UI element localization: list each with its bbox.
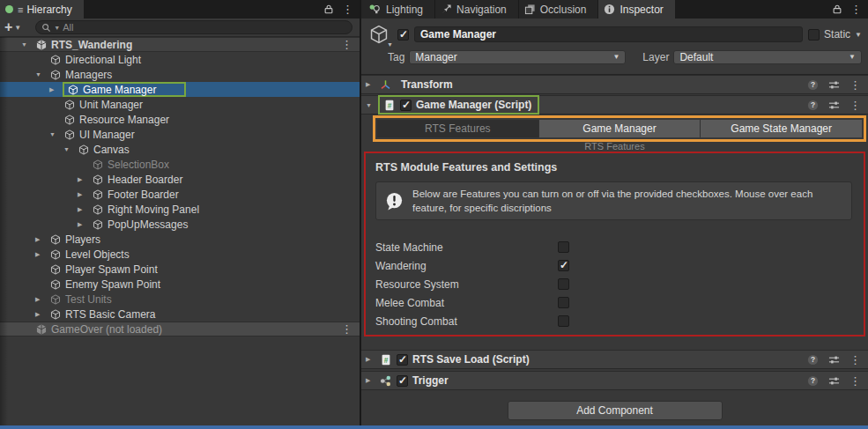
expand-arrow-icon[interactable]: ▼ [63,146,77,152]
create-object-button[interactable]: + ▼ [4,20,21,34]
search-input[interactable] [63,22,346,33]
hierarchy-row[interactable]: ▶ PopUpMessages [0,217,360,232]
object-icon [48,53,63,66]
expand-arrow-icon[interactable]: ▶ [366,377,378,384]
gameobject-icon-button[interactable]: ▼ [367,23,392,46]
item-label: Footer Boarder [108,189,179,201]
expand-arrow-icon[interactable]: ▼ [35,71,48,78]
hierarchy-search[interactable]: ▼ [35,20,352,34]
hierarchy-row[interactable]: ▶ Players [0,232,360,247]
kebab-menu-icon[interactable]: ⋮ [849,79,861,91]
component-trigger[interactable]: ▶ Trigger ? [361,371,868,390]
expand-arrow-icon[interactable]: ▶ [35,251,48,258]
kebab-menu-icon[interactable]: ⋮ [341,323,360,335]
active-checkbox[interactable] [397,29,409,41]
expand-arrow-icon[interactable]: ▶ [78,191,91,198]
hierarchy-row[interactable]: ▶ Game Manager [0,82,360,97]
kebab-menu-icon[interactable]: ⋮ [849,100,861,111]
help-icon[interactable]: ? [807,354,819,366]
help-icon[interactable]: ? [807,100,819,111]
help-icon[interactable]: ? [807,375,819,387]
kebab-menu-icon[interactable]: ⋮ [849,375,861,387]
kebab-menu-icon[interactable]: ⋮ [342,4,353,15]
tag-dropdown[interactable]: Manager ▼ [409,50,626,64]
hierarchy-row[interactable]: Player Spawn Point [0,262,360,277]
kebab-menu-icon[interactable]: ⋮ [850,4,862,15]
hierarchy-row[interactable]: SelectionBox [0,157,360,172]
component-enabled-checkbox[interactable] [400,100,412,111]
layer-dropdown[interactable]: Default ▼ [673,50,862,64]
hierarchy-row[interactable]: ▼ RTS_Wandering [0,37,360,52]
expand-arrow-icon[interactable]: ▶ [78,221,91,228]
item-label: SelectionBox [108,159,169,171]
feature-checkbox[interactable] [558,297,569,308]
hierarchy-row[interactable]: GameOver (not loaded) ⋮ [0,322,360,337]
static-checkbox[interactable] [808,29,820,41]
hierarchy-row[interactable]: Enemy Spawn Point [0,277,360,292]
hierarchy-row[interactable]: ▼ UI Manager [0,127,360,142]
expand-arrow-icon[interactable]: ▼ [21,41,34,48]
component-rts-save-load[interactable]: ▶ # RTS Save Load (Script) ? ⋮ [361,350,868,369]
static-dropdown-icon[interactable]: ▼ [855,31,862,39]
object-icon [34,38,48,51]
hierarchy-row[interactable]: ▶ RTS Basic Camera [0,307,360,322]
help-icon[interactable]: ? [807,79,819,91]
expand-arrow-icon[interactable]: ▶ [366,356,378,363]
hierarchy-row[interactable]: ▶ Test Units [0,292,360,307]
script-tab[interactable]: RTS Features [377,120,539,137]
expand-arrow-icon[interactable]: ▶ [49,86,63,93]
lock-icon[interactable] [832,4,842,15]
hierarchy-row[interactable]: ▼ Managers [0,67,360,82]
presets-icon[interactable] [828,79,840,91]
hierarchy-panel: ≡ Hierarchy ⋮ + ▼ [0,0,360,425]
expand-arrow-icon[interactable]: ▶ [35,236,48,243]
annotation-red-box: RTS Module Features and Settings Below a… [364,152,865,337]
item-label: Header Boarder [108,174,182,186]
svg-text:#: # [383,355,388,364]
expand-arrow-icon[interactable]: ▶ [78,176,91,183]
object-name-input[interactable] [414,26,803,42]
add-component-button[interactable]: Add Component [508,401,723,420]
hierarchy-row[interactable]: ▼ Canvas [0,142,360,157]
component-enabled-checkbox[interactable] [397,354,408,366]
hierarchy-row[interactable]: Unit Manager [0,97,360,112]
tab-navigation[interactable]: Navigation [435,0,519,18]
tab-hierarchy[interactable]: ≡ Hierarchy [0,0,84,18]
feature-checkbox[interactable] [558,278,569,290]
expand-arrow-icon[interactable]: ▶ [366,81,378,88]
lock-icon[interactable] [323,4,334,15]
tab-inspector[interactable]: Inspector [598,0,674,18]
hierarchy-row[interactable]: ▶ Level Objects [0,247,360,262]
expand-arrow-icon[interactable]: ▶ [78,206,91,213]
component-transform[interactable]: ▶ Transform ? ⋮ [361,75,868,94]
script-icon: # [378,352,393,367]
hierarchy-row[interactable]: ▶ Right Moving Panel [0,202,360,217]
presets-icon[interactable] [828,375,840,387]
script-tab[interactable]: Game State Manager [701,120,862,137]
feature-checkbox[interactable] [558,260,569,271]
item-label: GameOver (not loaded) [51,323,162,336]
hierarchy-row[interactable]: ▶ Header Boarder [0,172,360,187]
component-enabled-checkbox[interactable] [397,375,408,387]
hierarchy-row[interactable]: Resource Manager [0,112,360,127]
kebab-menu-icon[interactable]: ⋮ [849,354,861,366]
component-game-manager-script[interactable]: ▼ # Game Manager (Script) ? ⋮ [361,95,868,115]
presets-icon[interactable] [828,354,840,366]
script-tab[interactable]: Game Manager [539,120,701,137]
tab-occlusion[interactable]: Occlusion [519,0,599,18]
search-icon [41,23,51,33]
row-content: Level Objects [48,247,130,262]
expand-arrow-icon[interactable]: ▶ [35,296,48,303]
info-icon [604,4,615,15]
hierarchy-row[interactable]: Directional Light [0,52,360,67]
expand-arrow-icon[interactable]: ▼ [49,131,63,137]
kebab-menu-icon[interactable]: ⋮ [341,39,360,50]
expand-arrow-icon[interactable]: ▼ [366,102,378,108]
presets-icon[interactable] [828,100,840,111]
tab-lighting[interactable]: Lighting [361,0,435,18]
feature-checkbox[interactable] [558,241,569,253]
hierarchy-row[interactable]: ▶ Footer Boarder [0,187,360,202]
row-content: Player Spawn Point [48,262,158,277]
expand-arrow-icon[interactable]: ▶ [35,311,48,318]
feature-checkbox[interactable] [558,315,569,327]
